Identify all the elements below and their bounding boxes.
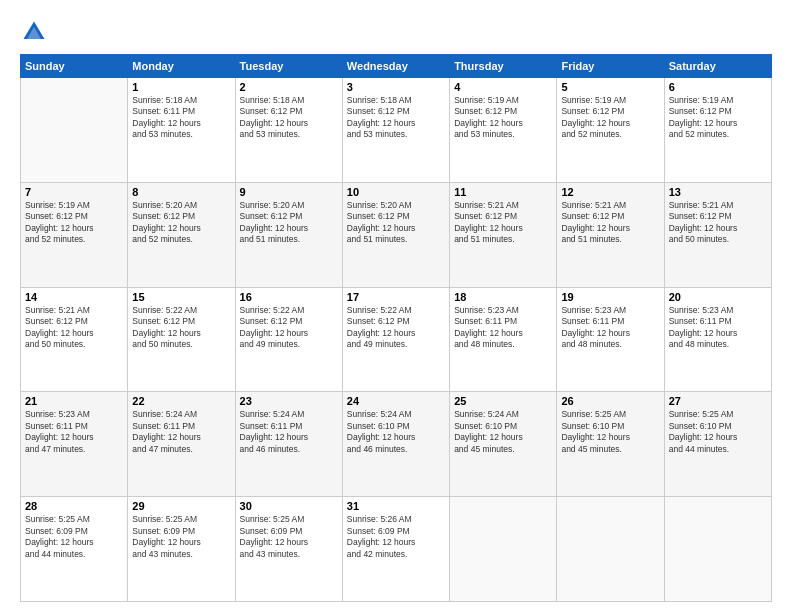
calendar-cell: 15Sunrise: 5:22 AM Sunset: 6:12 PM Dayli…: [128, 287, 235, 392]
calendar-cell: 11Sunrise: 5:21 AM Sunset: 6:12 PM Dayli…: [450, 182, 557, 287]
calendar-cell: 30Sunrise: 5:25 AM Sunset: 6:09 PM Dayli…: [235, 497, 342, 602]
weekday-header-tuesday: Tuesday: [235, 55, 342, 78]
day-info: Sunrise: 5:24 AM Sunset: 6:11 PM Dayligh…: [132, 409, 230, 455]
day-number: 30: [240, 500, 338, 512]
day-number: 22: [132, 395, 230, 407]
day-number: 15: [132, 291, 230, 303]
day-number: 12: [561, 186, 659, 198]
calendar-table: SundayMondayTuesdayWednesdayThursdayFrid…: [20, 54, 772, 602]
day-info: Sunrise: 5:24 AM Sunset: 6:10 PM Dayligh…: [454, 409, 552, 455]
calendar-cell: 8Sunrise: 5:20 AM Sunset: 6:12 PM Daylig…: [128, 182, 235, 287]
weekday-header-friday: Friday: [557, 55, 664, 78]
calendar-cell: 25Sunrise: 5:24 AM Sunset: 6:10 PM Dayli…: [450, 392, 557, 497]
day-info: Sunrise: 5:21 AM Sunset: 6:12 PM Dayligh…: [561, 200, 659, 246]
weekday-header-monday: Monday: [128, 55, 235, 78]
day-info: Sunrise: 5:20 AM Sunset: 6:12 PM Dayligh…: [132, 200, 230, 246]
day-number: 14: [25, 291, 123, 303]
calendar-cell: 1Sunrise: 5:18 AM Sunset: 6:11 PM Daylig…: [128, 78, 235, 183]
week-row-4: 21Sunrise: 5:23 AM Sunset: 6:11 PM Dayli…: [21, 392, 772, 497]
calendar-cell: 28Sunrise: 5:25 AM Sunset: 6:09 PM Dayli…: [21, 497, 128, 602]
day-number: 28: [25, 500, 123, 512]
weekday-header-wednesday: Wednesday: [342, 55, 449, 78]
calendar-cell: 3Sunrise: 5:18 AM Sunset: 6:12 PM Daylig…: [342, 78, 449, 183]
day-number: 6: [669, 81, 767, 93]
day-number: 29: [132, 500, 230, 512]
day-number: 13: [669, 186, 767, 198]
weekday-header-thursday: Thursday: [450, 55, 557, 78]
day-info: Sunrise: 5:23 AM Sunset: 6:11 PM Dayligh…: [561, 305, 659, 351]
day-number: 20: [669, 291, 767, 303]
day-info: Sunrise: 5:22 AM Sunset: 6:12 PM Dayligh…: [347, 305, 445, 351]
day-info: Sunrise: 5:21 AM Sunset: 6:12 PM Dayligh…: [454, 200, 552, 246]
day-info: Sunrise: 5:24 AM Sunset: 6:10 PM Dayligh…: [347, 409, 445, 455]
calendar-cell: 23Sunrise: 5:24 AM Sunset: 6:11 PM Dayli…: [235, 392, 342, 497]
calendar-cell: [450, 497, 557, 602]
calendar-cell: 20Sunrise: 5:23 AM Sunset: 6:11 PM Dayli…: [664, 287, 771, 392]
header: [20, 18, 772, 46]
calendar-cell: 24Sunrise: 5:24 AM Sunset: 6:10 PM Dayli…: [342, 392, 449, 497]
day-number: 27: [669, 395, 767, 407]
calendar-cell: 26Sunrise: 5:25 AM Sunset: 6:10 PM Dayli…: [557, 392, 664, 497]
day-number: 5: [561, 81, 659, 93]
day-number: 18: [454, 291, 552, 303]
week-row-1: 1Sunrise: 5:18 AM Sunset: 6:11 PM Daylig…: [21, 78, 772, 183]
calendar-cell: 12Sunrise: 5:21 AM Sunset: 6:12 PM Dayli…: [557, 182, 664, 287]
calendar-cell: 10Sunrise: 5:20 AM Sunset: 6:12 PM Dayli…: [342, 182, 449, 287]
day-number: 2: [240, 81, 338, 93]
logo: [20, 18, 52, 46]
day-info: Sunrise: 5:25 AM Sunset: 6:09 PM Dayligh…: [132, 514, 230, 560]
calendar-cell: [21, 78, 128, 183]
day-info: Sunrise: 5:24 AM Sunset: 6:11 PM Dayligh…: [240, 409, 338, 455]
day-info: Sunrise: 5:23 AM Sunset: 6:11 PM Dayligh…: [669, 305, 767, 351]
calendar-cell: 31Sunrise: 5:26 AM Sunset: 6:09 PM Dayli…: [342, 497, 449, 602]
day-number: 19: [561, 291, 659, 303]
logo-icon: [20, 18, 48, 46]
calendar-cell: 5Sunrise: 5:19 AM Sunset: 6:12 PM Daylig…: [557, 78, 664, 183]
day-info: Sunrise: 5:22 AM Sunset: 6:12 PM Dayligh…: [132, 305, 230, 351]
day-info: Sunrise: 5:25 AM Sunset: 6:09 PM Dayligh…: [25, 514, 123, 560]
calendar-cell: [557, 497, 664, 602]
calendar-cell: 16Sunrise: 5:22 AM Sunset: 6:12 PM Dayli…: [235, 287, 342, 392]
week-row-5: 28Sunrise: 5:25 AM Sunset: 6:09 PM Dayli…: [21, 497, 772, 602]
day-number: 17: [347, 291, 445, 303]
day-info: Sunrise: 5:19 AM Sunset: 6:12 PM Dayligh…: [561, 95, 659, 141]
day-number: 24: [347, 395, 445, 407]
day-info: Sunrise: 5:23 AM Sunset: 6:11 PM Dayligh…: [454, 305, 552, 351]
day-info: Sunrise: 5:25 AM Sunset: 6:10 PM Dayligh…: [561, 409, 659, 455]
day-info: Sunrise: 5:19 AM Sunset: 6:12 PM Dayligh…: [669, 95, 767, 141]
calendar-cell: 6Sunrise: 5:19 AM Sunset: 6:12 PM Daylig…: [664, 78, 771, 183]
calendar-cell: 4Sunrise: 5:19 AM Sunset: 6:12 PM Daylig…: [450, 78, 557, 183]
calendar-cell: [664, 497, 771, 602]
calendar-cell: 17Sunrise: 5:22 AM Sunset: 6:12 PM Dayli…: [342, 287, 449, 392]
day-info: Sunrise: 5:22 AM Sunset: 6:12 PM Dayligh…: [240, 305, 338, 351]
day-info: Sunrise: 5:20 AM Sunset: 6:12 PM Dayligh…: [240, 200, 338, 246]
day-number: 1: [132, 81, 230, 93]
calendar-cell: 21Sunrise: 5:23 AM Sunset: 6:11 PM Dayli…: [21, 392, 128, 497]
day-number: 23: [240, 395, 338, 407]
day-number: 16: [240, 291, 338, 303]
calendar-cell: 14Sunrise: 5:21 AM Sunset: 6:12 PM Dayli…: [21, 287, 128, 392]
day-info: Sunrise: 5:21 AM Sunset: 6:12 PM Dayligh…: [669, 200, 767, 246]
calendar-cell: 29Sunrise: 5:25 AM Sunset: 6:09 PM Dayli…: [128, 497, 235, 602]
day-number: 7: [25, 186, 123, 198]
day-number: 11: [454, 186, 552, 198]
day-number: 21: [25, 395, 123, 407]
day-number: 9: [240, 186, 338, 198]
calendar-cell: 18Sunrise: 5:23 AM Sunset: 6:11 PM Dayli…: [450, 287, 557, 392]
day-info: Sunrise: 5:25 AM Sunset: 6:10 PM Dayligh…: [669, 409, 767, 455]
day-info: Sunrise: 5:19 AM Sunset: 6:12 PM Dayligh…: [454, 95, 552, 141]
day-info: Sunrise: 5:23 AM Sunset: 6:11 PM Dayligh…: [25, 409, 123, 455]
calendar-cell: 13Sunrise: 5:21 AM Sunset: 6:12 PM Dayli…: [664, 182, 771, 287]
day-info: Sunrise: 5:26 AM Sunset: 6:09 PM Dayligh…: [347, 514, 445, 560]
day-info: Sunrise: 5:18 AM Sunset: 6:12 PM Dayligh…: [347, 95, 445, 141]
week-row-3: 14Sunrise: 5:21 AM Sunset: 6:12 PM Dayli…: [21, 287, 772, 392]
day-number: 4: [454, 81, 552, 93]
week-row-2: 7Sunrise: 5:19 AM Sunset: 6:12 PM Daylig…: [21, 182, 772, 287]
calendar-cell: 9Sunrise: 5:20 AM Sunset: 6:12 PM Daylig…: [235, 182, 342, 287]
day-number: 25: [454, 395, 552, 407]
day-info: Sunrise: 5:18 AM Sunset: 6:12 PM Dayligh…: [240, 95, 338, 141]
weekday-header-row: SundayMondayTuesdayWednesdayThursdayFrid…: [21, 55, 772, 78]
day-number: 10: [347, 186, 445, 198]
day-info: Sunrise: 5:25 AM Sunset: 6:09 PM Dayligh…: [240, 514, 338, 560]
day-info: Sunrise: 5:20 AM Sunset: 6:12 PM Dayligh…: [347, 200, 445, 246]
